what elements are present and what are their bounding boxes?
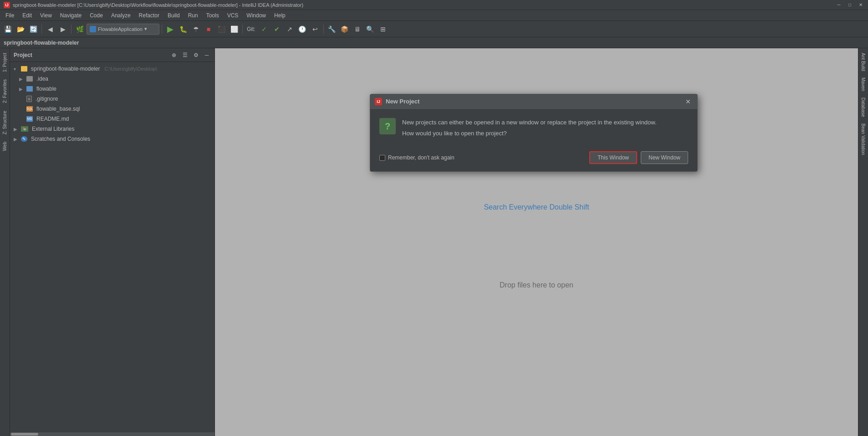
remember-checkbox-label[interactable]: Remember, don't ask again <box>379 154 454 161</box>
menu-build[interactable]: Build <box>164 11 184 20</box>
search-button[interactable]: 🔍 <box>364 23 376 35</box>
sidebar-item-structure[interactable]: Z: Structure <box>1 108 8 137</box>
settings-button[interactable]: 🔧 <box>326 23 338 35</box>
menu-code[interactable]: Code <box>86 11 107 20</box>
panel-header: Project ⊕ ☰ ⚙ ─ <box>10 48 214 62</box>
git-push[interactable]: ↗ <box>284 23 296 35</box>
git-commit[interactable]: ✔ <box>271 23 283 35</box>
menu-tools[interactable]: Tools <box>203 11 223 20</box>
readme-label: README.md <box>36 116 69 122</box>
root-item-label: springboot-flowable-modeler <box>31 66 100 72</box>
toolbar-sep-5 <box>323 25 324 34</box>
sidebar-ant-build[interactable]: Ant Build <box>860 50 867 74</box>
project-structure[interactable]: 📦 <box>339 23 351 35</box>
close-button[interactable]: ✕ <box>857 1 864 9</box>
forward-button[interactable]: ▶ <box>57 23 69 35</box>
search-hint: Search Everywhere Double Shift <box>484 203 589 211</box>
panel-settings-btn[interactable]: ⚙ <box>192 51 200 59</box>
back-button[interactable]: ◀ <box>44 23 56 35</box>
dialog-footer: Remember, don't ask again This Window Ne… <box>370 147 697 171</box>
root-item-path: C:\Users\gblfy\Desktop\ <box>104 66 157 72</box>
scratches-icon: ✎ <box>21 136 27 142</box>
new-window-button[interactable]: New Window <box>641 151 688 164</box>
scratches-label: Scratches and Consoles <box>31 136 90 142</box>
sidebar-maven[interactable]: Maven <box>860 75 867 94</box>
run-config-icon <box>90 26 96 32</box>
sidebar-item-web[interactable]: Web <box>1 139 8 154</box>
run-with-coverage[interactable]: ☂ <box>190 23 202 35</box>
menu-run[interactable]: Run <box>184 11 202 20</box>
sync-button[interactable]: 🔄 <box>27 23 39 35</box>
dialog-close-button[interactable]: ✕ <box>684 97 693 106</box>
panel-minimize-btn[interactable]: ─ <box>203 51 211 59</box>
panel-title: Project <box>14 52 167 58</box>
dialog-message: New projects can either be opened in a n… <box>402 118 688 138</box>
menu-window[interactable]: Window <box>243 11 270 20</box>
menu-vcs[interactable]: VCS <box>224 11 242 20</box>
run-button[interactable]: ▶ <box>164 23 176 35</box>
panel-locate-btn[interactable]: ⊕ <box>170 51 178 59</box>
git-history[interactable]: 🕐 <box>296 23 308 35</box>
root-folder-icon <box>21 66 27 72</box>
toolbar: 💾 📂 🔄 ◀ ▶ 🌿 FlowableApplication ▾ ▶ 🐛 ☂ … <box>0 21 868 37</box>
git-rollback[interactable]: ↩ <box>309 23 321 35</box>
drop-hint: Drop files here to open <box>500 281 573 289</box>
git-update[interactable]: ✓ <box>258 23 270 35</box>
tree-item-idea[interactable]: ▶ .idea <box>10 74 214 84</box>
dialog-title-text: New Project <box>386 98 680 105</box>
sidebar-bean-validation[interactable]: Bean Validation <box>860 121 867 158</box>
presentation-mode[interactable]: 🖥 <box>352 23 363 35</box>
menu-edit[interactable]: Edit <box>19 11 36 20</box>
right-sidebar: Ant Build Maven Database Bean Validation <box>858 48 868 436</box>
readme-icon: MD <box>26 116 33 122</box>
sidebar-item-favorites[interactable]: 2: Favorites <box>1 77 8 106</box>
debug-button[interactable]: 🐛 <box>177 23 189 35</box>
dialog-message-line2: How would you like to open the project? <box>402 129 688 138</box>
tree-item-flowable[interactable]: ▶ flowable <box>10 84 214 94</box>
tree-item-scratches[interactable]: ▶ ✎ Scratches and Consoles <box>10 134 214 144</box>
tree-root-item[interactable]: ▾ springboot-flowable-modeler C:\Users\g… <box>10 64 214 74</box>
menu-refactor[interactable]: Refactor <box>135 11 163 20</box>
menu-navigate[interactable]: Navigate <box>56 11 85 20</box>
gitignore-icon: G <box>26 96 32 102</box>
menu-help[interactable]: Help <box>271 11 289 20</box>
sql-label: flowable_base.sql <box>36 106 80 112</box>
open-button[interactable]: 📂 <box>15 23 26 35</box>
main-layout: 1: Project 2: Favorites Z: Structure Web… <box>0 48 868 436</box>
remember-checkbox[interactable] <box>379 155 385 161</box>
ext-libs-label: External Libraries <box>32 126 74 132</box>
stop-button[interactable]: ■ <box>203 23 214 35</box>
scrollbar-thumb[interactable] <box>11 433 38 436</box>
git-label: Git: <box>247 26 255 32</box>
save-button[interactable]: 💾 <box>2 23 14 35</box>
main-content-area: Search Everywhere Double Shift Drop file… <box>215 48 858 436</box>
maximize-button[interactable]: □ <box>846 1 853 9</box>
scratches-arrow: ▶ <box>14 137 19 142</box>
new-project-dialog: IJ New Project ✕ ? New projects can eith… <box>370 94 698 172</box>
step-into[interactable]: ⬜ <box>228 23 240 35</box>
sidebar-item-project[interactable]: 1: Project <box>1 50 8 75</box>
this-window-button[interactable]: This Window <box>589 151 637 164</box>
step-over[interactable]: ⬛ <box>215 23 227 35</box>
run-config-dropdown[interactable]: FlowableApplication ▾ <box>87 24 159 35</box>
minimize-button[interactable]: ─ <box>835 1 842 9</box>
sidebar-database[interactable]: Database <box>860 95 867 120</box>
extra-options[interactable]: ⊞ <box>377 23 389 35</box>
project-panel: Project ⊕ ☰ ⚙ ─ ▾ springboot-flowable-mo… <box>10 48 215 436</box>
tree-item-sql[interactable]: SQL flowable_base.sql <box>10 104 214 114</box>
panel-options-btn[interactable]: ☰ <box>181 51 189 59</box>
menu-view[interactable]: View <box>36 11 56 20</box>
project-scrollbar[interactable] <box>10 432 214 436</box>
title-bar-text: springboot-flowable-modeler [C:\Users\gb… <box>13 2 303 8</box>
tree-item-gitignore[interactable]: G .gitignore <box>10 94 214 104</box>
ext-libs-icon: 📚 <box>21 126 28 132</box>
remember-checkbox-text: Remember, don't ask again <box>388 154 454 161</box>
menu-file[interactable]: File <box>2 11 18 20</box>
title-bar: IJ springboot-flowable-modeler [C:\Users… <box>0 0 868 10</box>
menu-analyze[interactable]: Analyze <box>107 11 134 20</box>
tree-item-readme[interactable]: MD README.md <box>10 114 214 124</box>
tree-item-ext-libs[interactable]: ▶ 📚 External Libraries <box>10 124 214 134</box>
idea-arrow: ▶ <box>19 77 25 82</box>
left-sidebar-strip: 1: Project 2: Favorites Z: Structure Web <box>0 48 10 436</box>
gitignore-label: .gitignore <box>36 96 58 102</box>
